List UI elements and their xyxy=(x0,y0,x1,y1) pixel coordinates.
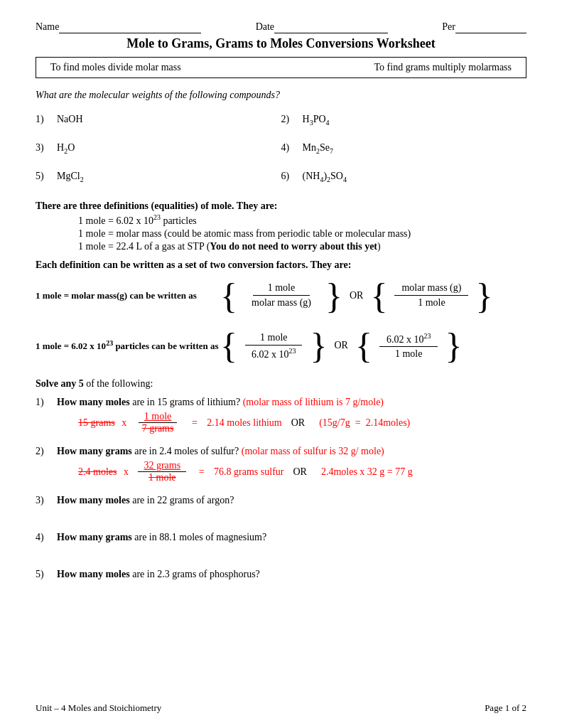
item-num: 3) xyxy=(36,142,57,154)
list-item: 6) (NH4)2SO4 xyxy=(281,165,527,193)
fraction-den-4: 1 mole xyxy=(380,347,437,361)
compound-formula: MgCl2 xyxy=(57,171,84,183)
mw-question: What are the molecular weights of the fo… xyxy=(36,90,526,101)
or-1: OR xyxy=(286,417,310,429)
problem-2: 2) How many grams are in 2.4 moles of su… xyxy=(36,446,526,483)
answer-x-1: x xyxy=(119,417,129,429)
close-bracket-1: } xyxy=(325,278,342,314)
equals-2: = xyxy=(196,466,207,478)
close-bracket-2: } xyxy=(475,278,492,314)
problem-1-header: 1) How many moles are in 15 grams of lit… xyxy=(36,397,526,408)
footer-left: Unit – 4 Moles and Stoichiometry xyxy=(36,702,161,714)
fraction-den-2: 1 mole xyxy=(403,296,460,310)
answer-grams-1: 15 grams xyxy=(78,417,115,429)
problem-num-2: 2) xyxy=(36,446,57,457)
problem-5: 5) How many moles are in 2.3 grams of ph… xyxy=(36,569,526,580)
answer-fraction-1: 1 mole 7 grams xyxy=(136,411,180,434)
list-item: 2) H3PO4 xyxy=(281,108,527,136)
info-left: To find moles divide molar mass xyxy=(50,62,181,73)
problem-1-text: How many moles are in 15 grams of lithiu… xyxy=(57,397,384,408)
problem-1: 1) How many moles are in 15 grams of lit… xyxy=(36,397,526,434)
header-line: Name Date Per xyxy=(36,21,526,33)
solve-title: Solve any 5 of the following: xyxy=(36,378,526,390)
problem-num-3: 3) xyxy=(36,495,57,506)
problem-4: 4) How many grams are in 88.1 moles of m… xyxy=(36,532,526,543)
list-item: 4) Mn2Se7 xyxy=(281,136,527,165)
problem-4-text: How many grams are in 88.1 moles of magn… xyxy=(57,532,266,543)
problem-2-header: 2) How many grams are in 2.4 moles of su… xyxy=(36,446,526,457)
conversion-label-2: 1 mole = 6.02 x 1023 particles can be wr… xyxy=(36,339,220,352)
open-bracket-3: { xyxy=(220,328,237,363)
bold-note: You do not need to worry about this yet xyxy=(210,241,377,252)
list-item: 3) H2O xyxy=(36,136,281,165)
problem-3-text: How many moles are in 22 grams of argon? xyxy=(57,495,234,506)
answer-line-1: 15 grams x 1 mole 7 grams = 2.14 moles l… xyxy=(78,411,526,434)
answer-moles-2: 2.4 moles xyxy=(78,466,117,478)
or-text-1: OR xyxy=(350,290,363,301)
compound-grid: 1) NaOH 2) H3PO4 3) H2O 4) Mn2Se7 5) MgC… xyxy=(36,108,526,193)
answer-fraction-2: 32 grams 1 mole xyxy=(138,460,186,483)
item-num: 2) xyxy=(281,114,303,125)
frac-num-1: 1 mole xyxy=(139,411,178,423)
close-bracket-3: } xyxy=(310,328,328,363)
open-bracket-1: { xyxy=(220,278,237,314)
page-title: Mole to Grams, Grams to Moles Conversion… xyxy=(36,36,526,51)
answer-alt-1: (15g/7g = 2.14moles) xyxy=(314,417,410,429)
fraction-3: 1 mole 6.02 x 1023 xyxy=(237,328,310,365)
compound-formula: H2O xyxy=(57,142,75,155)
fraction-num-4: 6.02 x 1023 xyxy=(379,331,438,348)
answer-x-2: x xyxy=(121,466,131,478)
problem-5-text: How many moles are in 2.3 grams of phosp… xyxy=(57,569,260,580)
problem-num-4: 4) xyxy=(36,532,57,543)
fraction-1: 1 mole molar mass (g) xyxy=(237,278,325,313)
problem-num-1: 1) xyxy=(36,397,57,408)
frac-den-1: 7 grams xyxy=(136,423,180,434)
item-num: 4) xyxy=(281,142,303,154)
problem-num-5: 5) xyxy=(36,569,57,580)
problem-1-hint: (molar mass of lithium is 7 g/mole) xyxy=(243,397,384,407)
problem-3-header: 3) How many moles are in 22 grams of arg… xyxy=(36,495,526,506)
compound-formula: Mn2Se7 xyxy=(303,142,333,155)
compound-formula: H3PO4 xyxy=(303,114,330,127)
per-label: Per xyxy=(442,21,526,33)
fraction-4: 6.02 x 1023 1 mole xyxy=(372,328,445,365)
fraction-den: molar mass (g) xyxy=(244,296,318,310)
conversion-section: Each definition can be written as a set … xyxy=(36,259,526,365)
or-text-2: OR xyxy=(335,340,348,351)
item-num: 5) xyxy=(36,171,57,182)
definition-line2: 1 mole = molar mass (could be atomic mas… xyxy=(78,228,526,240)
equals-1: = xyxy=(189,417,200,429)
problem-2-text: How many grams are in 2.4 moles of sulfu… xyxy=(57,446,384,457)
fraction-num-3: 1 mole xyxy=(245,331,302,346)
compound-formula: NaOH xyxy=(57,114,83,125)
solve-num: 5 xyxy=(79,378,84,389)
info-right: To find grams multiply molarmass xyxy=(374,62,512,73)
problem-3: 3) How many moles are in 22 grams of arg… xyxy=(36,495,526,506)
definitions-section: There are three definitions (equalities)… xyxy=(36,200,526,252)
fraction-num: 1 mole xyxy=(253,281,310,296)
molecular-weights-section: What are the molecular weights of the fo… xyxy=(36,90,526,193)
fraction-2: molar mass (g) 1 mole xyxy=(387,278,475,313)
problem-4-header: 4) How many grams are in 88.1 moles of m… xyxy=(36,532,526,543)
solve-section: Solve any 5 of the following: 1) How man… xyxy=(36,378,526,580)
item-num: 6) xyxy=(281,171,303,182)
info-box: To find moles divide molar mass To find … xyxy=(36,57,526,78)
fraction-den-3: 6.02 x 1023 xyxy=(244,346,303,362)
footer: Unit – 4 Moles and Stoichiometry Page 1 … xyxy=(36,702,526,714)
answer-alt-2: 2.4moles x 32 g = 77 g xyxy=(316,466,413,478)
fraction-num-2: molar mass (g) xyxy=(394,281,468,296)
frac-num-2: 32 grams xyxy=(138,460,186,472)
conversion-header: Each definition can be written as a set … xyxy=(36,259,526,271)
definition-line1: 1 mole = 6.02 x 1023 particles xyxy=(78,213,526,227)
item-num: 1) xyxy=(36,114,57,125)
list-item: 5) MgCl2 xyxy=(36,165,281,193)
open-bracket-2: { xyxy=(370,278,387,314)
or-2: OR xyxy=(288,466,311,478)
problem-5-header: 5) How many moles are in 2.3 grams of ph… xyxy=(36,569,526,580)
name-label: Name xyxy=(36,21,201,33)
list-item: 1) NaOH xyxy=(36,108,281,136)
conversion-row-1: 1 mole = molar mass(g) can be written as… xyxy=(36,278,526,314)
close-bracket-4: } xyxy=(445,328,462,363)
answer-result-2: 76.8 grams sulfur xyxy=(214,466,283,478)
conversion-row-2: 1 mole = 6.02 x 1023 particles can be wr… xyxy=(36,328,526,365)
